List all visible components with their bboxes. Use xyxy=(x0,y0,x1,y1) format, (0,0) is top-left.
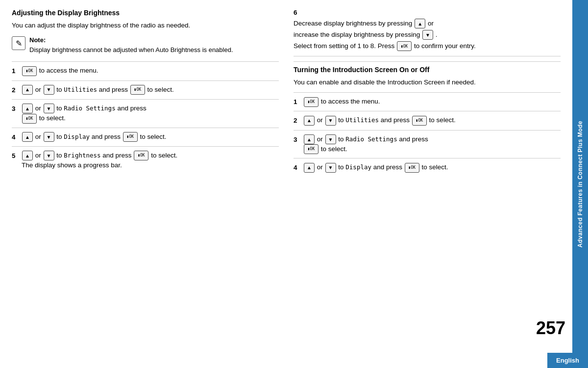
down-button-icon: ▼ xyxy=(325,134,336,144)
or-text: or xyxy=(35,152,43,159)
up-button-icon: ▲ xyxy=(22,85,33,95)
left-step-3: 3 ▲ or ▼ to Radio Settings and press ▮OK… xyxy=(12,99,279,128)
step6-line3: Select from setting of 1 to 8. Press ▮OK… xyxy=(294,41,561,52)
step-text2: to select. xyxy=(321,145,347,153)
or-text: or xyxy=(35,86,43,93)
right-section-title: Turning the Introduction Screen On or Of… xyxy=(294,61,561,74)
to-text: to xyxy=(56,86,64,93)
ok-button-icon: ▮OK xyxy=(134,151,148,160)
to-text: to xyxy=(338,116,345,124)
step-num: 5 xyxy=(12,151,19,161)
step-text: to access the menu. xyxy=(321,98,380,105)
down-button-icon: ▼ xyxy=(325,116,336,126)
right-column: 6 Decrease display brightness by pressin… xyxy=(294,9,561,359)
step-text2: to select. xyxy=(151,152,177,159)
note-box: ✎ Note: Display brightness cannot be adj… xyxy=(12,35,279,54)
step-text: and press xyxy=(397,135,428,143)
down-button-icon: ▼ xyxy=(44,151,54,160)
or-text: or xyxy=(317,135,325,143)
up-button-icon: ▲ xyxy=(22,132,33,142)
step-text2: to select. xyxy=(422,163,448,171)
up-button-icon: ▲ xyxy=(304,116,315,126)
down-button-icon: ▼ xyxy=(44,85,54,95)
step-body: ▲ or ▼ to Utilities and press ▮OK to sel… xyxy=(22,85,279,95)
note-text: Note: Display brightness cannot be adjus… xyxy=(29,35,233,54)
left-section-title: Adjusting the Display Brightness xyxy=(12,9,279,17)
or-text: or xyxy=(317,163,325,171)
step-body: ▲ or ▼ to Display and press ▮OK to selec… xyxy=(22,132,279,142)
step-num: 2 xyxy=(12,85,19,95)
up-button-icon: ▲ xyxy=(415,19,425,28)
ok-button-icon: ▮OK xyxy=(412,116,427,126)
down-button-icon: ▼ xyxy=(422,30,433,40)
main-content: Adjusting the Display Brightness You can… xyxy=(0,0,572,368)
ok-button-icon: ▮OK xyxy=(22,114,37,124)
down-button-icon: ▼ xyxy=(44,132,54,142)
ok-button-icon: ▮OK xyxy=(304,97,318,107)
step-text: and press xyxy=(97,86,130,93)
left-step-1: 1 ▮OK to access the menu. xyxy=(12,61,279,80)
to-text: to xyxy=(56,152,64,159)
or-text: or xyxy=(35,133,43,140)
left-step-5: 5 ▲ or ▼ to Brightness and press ▮OK to … xyxy=(12,146,279,175)
step6-line2: increase the display brightness by press… xyxy=(294,29,561,41)
step-body: ▲ or ▼ to Display and press ▮OK to selec… xyxy=(303,162,561,172)
right-step-2: 2 ▲ or ▼ to Utilities and press ▮OK to s… xyxy=(294,111,561,130)
down-button-icon: ▼ xyxy=(325,163,336,173)
step-text2: to select. xyxy=(429,116,456,124)
up-button-icon: ▲ xyxy=(22,104,33,113)
step-num: 1 xyxy=(12,66,19,76)
step-body: ▲ or ▼ to Utilities and press ▮OK to sel… xyxy=(303,115,561,125)
step-text: and press xyxy=(90,133,122,140)
step-body: ▲ or ▼ to Radio Settings and press ▮OK t… xyxy=(303,134,561,155)
step-text: to access the menu. xyxy=(39,67,98,74)
to-text: to xyxy=(56,133,64,140)
down-button-icon: ▼ xyxy=(44,104,54,113)
menu-item: Display xyxy=(345,163,371,171)
step-text: and press xyxy=(116,105,147,112)
step-extra: The display shows a progress bar. xyxy=(22,161,122,169)
english-badge: English xyxy=(547,353,588,368)
sidebar-label: Advanced Features in Connect Plus Mode xyxy=(577,121,584,247)
or-text: or xyxy=(317,116,325,124)
note-label: Note: xyxy=(29,36,46,44)
left-step-2: 2 ▲ or ▼ to Utilities and press ▮OK to s… xyxy=(12,80,279,99)
step-body: ▲ or ▼ to Radio Settings and press ▮OK t… xyxy=(22,104,279,124)
step-text: and press xyxy=(379,116,412,124)
menu-item: Radio Settings xyxy=(345,135,397,143)
ok-button-icon: ▮OK xyxy=(130,85,145,95)
menu-item: Radio Settings xyxy=(64,105,115,112)
right-sidebar: Advanced Features in Connect Plus Mode xyxy=(572,0,588,368)
right-step-3: 3 ▲ or ▼ to Radio Settings and press ▮OK… xyxy=(294,130,561,158)
left-column: Adjusting the Display Brightness You can… xyxy=(12,9,279,359)
step-body: ▮OK to access the menu. xyxy=(22,66,279,76)
menu-item: Utilities xyxy=(64,86,97,93)
ok-button-icon: ▮OK xyxy=(123,132,138,142)
note-icon: ✎ xyxy=(12,36,25,50)
step-num: 1 xyxy=(294,97,300,107)
menu-item: Utilities xyxy=(345,116,379,124)
step-num: 3 xyxy=(294,134,300,145)
ok-button-icon: ▮OK xyxy=(22,66,37,76)
left-section-intro: You can adjust the display brightness of… xyxy=(12,21,279,30)
up-button-icon: ▲ xyxy=(304,163,315,173)
step-num: 4 xyxy=(12,132,19,142)
step-num: 2 xyxy=(294,115,300,126)
menu-item: Brightness xyxy=(64,152,100,159)
step-text2: to select. xyxy=(147,86,174,93)
step6-line1: Decrease display brightness by pressing … xyxy=(294,18,561,29)
step-num: 3 xyxy=(12,104,19,114)
ok-button-icon: ▮OK xyxy=(397,41,412,51)
note-body: Display brightness cannot be adjusted wh… xyxy=(29,46,233,53)
step6-body: Decrease display brightness by pressing … xyxy=(294,18,561,56)
up-button-icon: ▲ xyxy=(22,151,33,160)
page-number: 257 xyxy=(536,318,565,339)
step-text: and press xyxy=(101,152,134,159)
left-step-4: 4 ▲ or ▼ to Display and press ▮OK to sel… xyxy=(12,128,279,146)
up-button-icon: ▲ xyxy=(304,134,315,144)
ok-button-icon: ▮OK xyxy=(405,163,419,173)
right-section-intro: You can enable and disable the Introduct… xyxy=(294,78,561,87)
ok-button-icon: ▮OK xyxy=(304,144,318,154)
step-num: 4 xyxy=(294,162,300,173)
step-text: and press xyxy=(371,163,404,171)
